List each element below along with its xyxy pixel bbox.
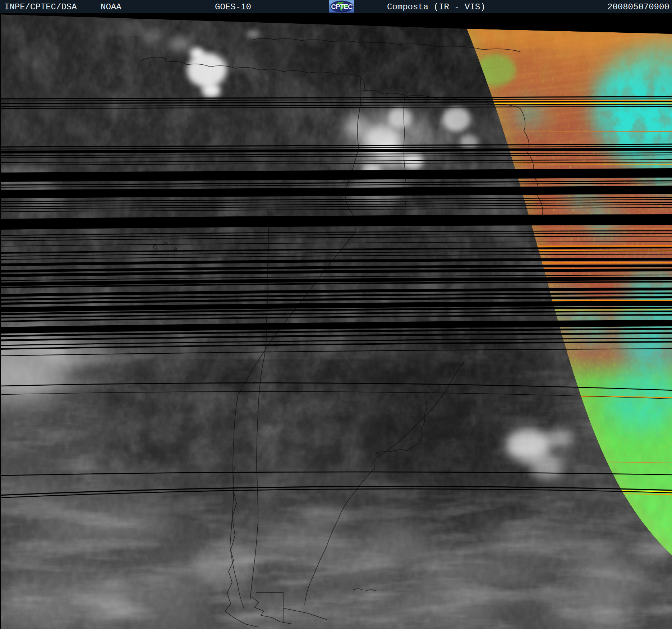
svg-text:GOES-10: GOES-10 — [215, 2, 251, 12]
svg-text:CPTEC: CPTEC — [331, 3, 353, 10]
svg-text:NOAA: NOAA — [101, 2, 121, 12]
svg-text:200805070900: 200805070900 — [607, 2, 669, 12]
svg-text:INPE/CPTEC/DSA: INPE/CPTEC/DSA — [4, 2, 77, 12]
svg-text:Composta (IR - VIS): Composta (IR - VIS) — [387, 2, 485, 12]
